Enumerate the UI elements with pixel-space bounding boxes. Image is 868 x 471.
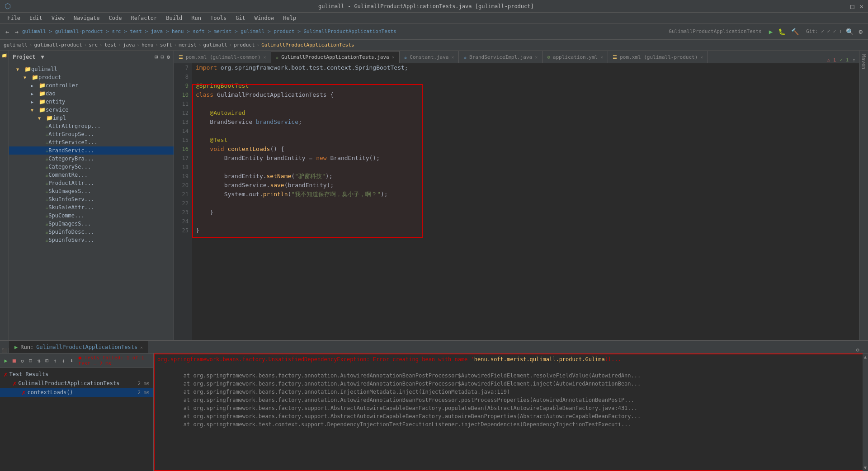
- debug-button[interactable]: 🐛: [776, 27, 788, 36]
- stop-button[interactable]: ■: [11, 356, 17, 365]
- tree-item-gulimall[interactable]: ▼ 📁 gulimall: [9, 65, 174, 73]
- left-tab-icon[interactable]: ⬛: [2, 348, 7, 353]
- tree-item-impl[interactable]: ▼ 📁 impl: [9, 114, 174, 122]
- bc-java[interactable]: java: [123, 42, 135, 48]
- bc-gulimall[interactable]: gulimall: [4, 42, 28, 48]
- tab-gulimall-tests[interactable]: ☕ GulimallProductApplicationTests.java ✕: [271, 51, 400, 63]
- tab-close-brand-icon[interactable]: ✕: [535, 55, 538, 60]
- tab-brandserviceimpl[interactable]: ☕ BrandServiceImpl.java ✕: [459, 51, 542, 63]
- tab-close-constant-icon[interactable]: ✕: [451, 55, 454, 60]
- tab-close-icon[interactable]: ✕: [264, 55, 266, 60]
- tree-item-attrservice[interactable]: ☕ AttrServiceI...: [9, 138, 174, 146]
- folder-icon-service: 📁: [39, 107, 46, 113]
- code-content[interactable]: import org.springframework.boot.test.con…: [192, 63, 859, 340]
- bc-henu[interactable]: henu: [142, 42, 154, 48]
- test-method-item[interactable]: ✗ contextLoads() 2 ms: [0, 388, 153, 397]
- rerun-failed-button[interactable]: ↺: [19, 356, 25, 365]
- test-result-root[interactable]: ✗ Test Results: [0, 370, 153, 379]
- tab-pom-common[interactable]: ☰ pom.xml (gulimall-common) ✕: [174, 51, 271, 63]
- sort-button[interactable]: ⇅: [36, 356, 42, 365]
- bc-soft[interactable]: soft: [160, 42, 172, 48]
- xml-icon-product: ☰: [613, 54, 617, 60]
- console-scrollbar[interactable]: ▲ ▼: [863, 353, 868, 471]
- bc-classname[interactable]: GulimallProductApplicationTests: [261, 42, 354, 48]
- tab-pom-product[interactable]: ☰ pom.xml (gulimall-product) ✕: [608, 51, 708, 63]
- console-output[interactable]: org.springframework.beans.factory.Unsati…: [154, 353, 868, 471]
- filter-button[interactable]: ⊟: [28, 356, 34, 365]
- menu-refactor[interactable]: Refactor: [127, 14, 160, 22]
- tree-item-attrattr[interactable]: ☕ AttrAttrgroup...: [9, 122, 174, 130]
- project-icon[interactable]: 📁: [2, 53, 7, 59]
- next-fail-button[interactable]: ↓: [60, 356, 66, 365]
- bc-gulimall2[interactable]: gulimall: [203, 42, 227, 48]
- back-icon[interactable]: ←: [4, 27, 11, 36]
- tree-item-productattr[interactable]: ☕ ProductAttr...: [9, 179, 174, 187]
- menu-file[interactable]: File: [4, 14, 24, 22]
- tree-item-categoryse[interactable]: ☕ CategorySe...: [9, 163, 174, 171]
- scroll-icon[interactable]: ↑: [852, 57, 855, 63]
- settings-bottom-icon[interactable]: ⚙: [856, 347, 859, 353]
- tree-item-skuinfo[interactable]: ☕ SkuInfoServ...: [9, 195, 174, 203]
- tree-item-dao[interactable]: ▶ 📁 dao: [9, 89, 174, 98]
- expand-all-icon[interactable]: ⊞: [155, 54, 158, 60]
- tab-constant[interactable]: ☕ Constant.java ✕: [400, 51, 459, 63]
- menu-help[interactable]: Help: [279, 14, 300, 22]
- scroll-up-icon[interactable]: ▲: [864, 354, 867, 359]
- menu-window[interactable]: Window: [251, 14, 278, 22]
- run-button[interactable]: ▶: [767, 27, 774, 36]
- tree-item-attrgroup[interactable]: ☕ AttrGroupSe...: [9, 130, 174, 138]
- rerun-button[interactable]: ▶: [3, 356, 9, 365]
- minimize-bottom-icon[interactable]: —: [861, 347, 864, 353]
- tree-item-spuinfoserv[interactable]: ☕ SpuInfoServ...: [9, 236, 174, 244]
- settings-icon[interactable]: ⚙: [857, 27, 864, 36]
- maven-label[interactable]: Maven: [861, 51, 867, 69]
- tree-item-entity[interactable]: ▶ 📁 entity: [9, 98, 174, 106]
- tree-item-spuinfodesc[interactable]: ☕ SpuInfoDesc...: [9, 228, 174, 236]
- tree-item-skusale[interactable]: ☕ SkuSaleAttr...: [9, 203, 174, 212]
- menu-build[interactable]: Build: [162, 14, 186, 22]
- bc-merist[interactable]: merist: [179, 42, 197, 48]
- title-bar-controls[interactable]: — □ ✕: [841, 3, 863, 10]
- test-class-item[interactable]: ✗ GulimallProductApplicationTests 2 ms: [0, 379, 153, 388]
- scroll-down-icon[interactable]: ▼: [864, 465, 867, 470]
- code-editor[interactable]: 7 8 9 10 11 12 13 14 15 16 17 18 19 20: [174, 63, 859, 340]
- menu-git[interactable]: Git: [232, 14, 249, 22]
- tree-item-spucomme[interactable]: ☕ SpuComme...: [9, 212, 174, 220]
- bc-src[interactable]: src: [89, 42, 98, 48]
- collapse-all-icon[interactable]: ⊟: [161, 54, 164, 60]
- menu-edit[interactable]: Edit: [26, 14, 46, 22]
- expand-button[interactable]: ⊞: [44, 356, 50, 365]
- tab-close-active-icon[interactable]: ✕: [392, 55, 395, 60]
- tree-item-controller[interactable]: ▶ 📁 controller: [9, 81, 174, 89]
- bc-product2[interactable]: product: [234, 42, 255, 48]
- tree-item-skuimages[interactable]: ☕ SkuImagesS...: [9, 187, 174, 195]
- tab-close-yml-icon[interactable]: ✕: [600, 55, 603, 60]
- tab-application[interactable]: ⚙ application.yml ✕: [542, 51, 608, 63]
- bc-product[interactable]: gulimall-product: [34, 42, 82, 48]
- close-button[interactable]: ✕: [860, 3, 863, 10]
- tree-item-service[interactable]: ▼ 📁 service: [9, 106, 174, 114]
- tree-item-categorybra[interactable]: ☕ CategoryBra...: [9, 155, 174, 163]
- tree-item-brandservice[interactable]: ☕ BrandServic...: [9, 146, 174, 155]
- tree-item-product[interactable]: ▼ 📁 product: [9, 73, 174, 81]
- search-icon[interactable]: 🔍: [844, 27, 855, 36]
- minimize-button[interactable]: —: [841, 3, 845, 10]
- prev-fail-button[interactable]: ↑: [52, 356, 58, 365]
- build-button[interactable]: 🔨: [789, 27, 801, 36]
- tab-run[interactable]: ▶ Run: GulimallProductApplicationTests ✕: [9, 341, 148, 353]
- tree-item-commentre[interactable]: ☕ CommentRe...: [9, 171, 174, 179]
- bc-test[interactable]: test: [104, 42, 117, 48]
- forward-icon[interactable]: →: [13, 27, 20, 36]
- dropdown-icon[interactable]: ▼: [41, 54, 44, 60]
- menu-run[interactable]: Run: [188, 14, 205, 22]
- tab-close-run-icon[interactable]: ✕: [140, 345, 143, 350]
- tab-close-product-icon[interactable]: ✕: [700, 55, 703, 60]
- maximize-button[interactable]: □: [850, 3, 854, 10]
- menu-tools[interactable]: Tools: [207, 14, 230, 22]
- export-button[interactable]: ⬇: [68, 356, 75, 365]
- menu-code[interactable]: Code: [105, 14, 126, 22]
- menu-view[interactable]: View: [48, 14, 68, 22]
- menu-navigate[interactable]: Navigate: [70, 14, 104, 22]
- tree-item-spuimages[interactable]: ☕ SpuImagesS...: [9, 220, 174, 228]
- settings-gear-icon[interactable]: ⚙: [167, 54, 170, 60]
